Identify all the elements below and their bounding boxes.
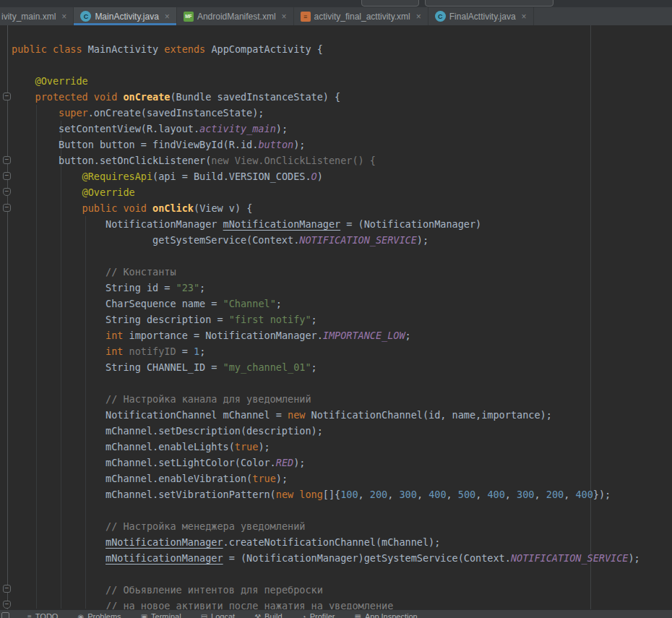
code-line: getSystemService(Context.NOTIFICATION_SE… bbox=[12, 232, 640, 248]
fold-marker-icon[interactable]: − bbox=[3, 172, 11, 180]
code-line: CharSequence name = "Channel"; bbox=[12, 296, 640, 312]
toolbar-strip bbox=[0, 0, 672, 7]
code-line: // Настройка канала для уведомлений bbox=[12, 391, 640, 407]
tool-window-button-terminal[interactable]: ▣Terminal bbox=[141, 612, 181, 618]
android-studio-window: ivity_main.xml×CMainActivity.java×MFAndr… bbox=[0, 0, 672, 618]
code-line: // Обьявление интентов для переброски bbox=[12, 582, 640, 598]
tab-close-icon[interactable]: × bbox=[282, 12, 287, 22]
app-inspection-icon: ▦ bbox=[354, 612, 361, 618]
code-line: // на новое активити после нажатия на ув… bbox=[12, 598, 640, 609]
tab-label: AndroidManifest.xml bbox=[197, 12, 276, 22]
tool-window-label: Problems bbox=[87, 612, 121, 618]
code-line: @Override bbox=[12, 73, 640, 89]
code-line: Button button = findViewById(R.id.button… bbox=[12, 137, 640, 153]
code-line: mChannel.setDescription(description); bbox=[12, 423, 640, 439]
code-line: mChannel.enableVibration(true); bbox=[12, 471, 640, 486]
code-line: super.onCreate(savedInstanceState); bbox=[12, 105, 640, 121]
tab-label: FinalActtivity.java bbox=[449, 12, 516, 22]
tab-close-icon[interactable]: × bbox=[61, 12, 66, 22]
tab-close-icon[interactable]: × bbox=[522, 12, 527, 22]
code-line: NotificationManager mNotificationManager… bbox=[12, 216, 640, 232]
fold-marker-icon[interactable]: − bbox=[3, 188, 11, 196]
problems-icon: ◉ bbox=[77, 612, 84, 618]
code-line: String description = "first notify"; bbox=[12, 312, 640, 327]
tool-window-label: Build bbox=[264, 612, 282, 618]
window-corner-icon[interactable] bbox=[1, 612, 9, 618]
tool-window-button-profiler[interactable]: ◔Profiler bbox=[302, 612, 335, 618]
terminal-icon: ▣ bbox=[141, 612, 147, 618]
code-line: @RequiresApi(api = Build.VERSION_CODES.O… bbox=[12, 168, 640, 184]
tab-androidmanifest-xml[interactable]: MFAndroidManifest.xml× bbox=[177, 7, 294, 25]
code-line: // Константы bbox=[12, 264, 640, 280]
code-text[interactable]: public class MainActivity extends AppCom… bbox=[0, 25, 640, 609]
code-line: protected void onCreate(Bundle savedInst… bbox=[12, 89, 640, 105]
build-icon: ⚒ bbox=[254, 612, 261, 618]
code-line: NotificationChannel mChannel = new Notif… bbox=[12, 407, 640, 423]
code-line: mNotificationManager = (NotificationMana… bbox=[12, 550, 640, 566]
code-editor[interactable]: −−−−−−− public class MainActivity extend… bbox=[0, 25, 672, 609]
fold-marker-icon[interactable]: − bbox=[3, 93, 11, 100]
manifest-icon: MF bbox=[184, 12, 194, 22]
code-line: mNotificationManager.createNotificationC… bbox=[12, 534, 640, 550]
tool-window-label: Logcat bbox=[211, 612, 235, 618]
tab-close-icon[interactable]: × bbox=[165, 12, 170, 22]
run-config-widget[interactable] bbox=[361, 0, 419, 7]
code-line: mChannel.enableLights(true); bbox=[12, 439, 640, 455]
logcat-icon: ▤ bbox=[201, 612, 207, 618]
tab-activity-final-acttivity-xml[interactable]: ≡activity_final_acttivity.xml× bbox=[294, 7, 428, 25]
profiler-icon: ◔ bbox=[302, 612, 306, 618]
code-line bbox=[12, 566, 640, 582]
code-line: int importance = NotificationManager.IMP… bbox=[12, 327, 640, 343]
tool-window-label: TODO bbox=[35, 612, 59, 618]
code-line: mChannel.setLightColor(Color.RED); bbox=[12, 455, 640, 471]
tool-window-button-app-inspection[interactable]: ▦App Inspection bbox=[354, 612, 417, 618]
java-class-icon: C bbox=[435, 11, 446, 22]
tool-window-label: Terminal bbox=[151, 612, 181, 618]
editor-tabs: ivity_main.xml×CMainActivity.java×MFAndr… bbox=[0, 7, 672, 25]
tool-window-bar: ≡TODO◉Problems▣Terminal▤Logcat⚒Build◔Pro… bbox=[0, 609, 672, 618]
code-line: int notifyID = 1; bbox=[12, 343, 640, 359]
tab-ivity-main-xml[interactable]: ivity_main.xml× bbox=[0, 7, 74, 25]
tool-window-button-problems[interactable]: ◉Problems bbox=[77, 612, 121, 618]
code-line: public class MainActivity extends AppCom… bbox=[12, 41, 640, 57]
code-line: String CHANNEL_ID = "my_channel_01"; bbox=[12, 359, 640, 375]
fold-marker-icon[interactable]: − bbox=[3, 156, 11, 164]
tab-label: activity_final_acttivity.xml bbox=[314, 12, 410, 22]
layout-xml-icon: ≡ bbox=[301, 12, 311, 22]
fold-marker-icon[interactable]: − bbox=[3, 204, 11, 212]
code-line bbox=[12, 502, 640, 518]
code-line: button.setOnClickListener(new View.OnCli… bbox=[12, 153, 640, 168]
tool-window-label: Profiler bbox=[310, 612, 335, 618]
java-class-icon: C bbox=[80, 11, 91, 22]
code-line bbox=[12, 375, 640, 391]
tab-close-icon[interactable]: × bbox=[416, 12, 421, 22]
fold-marker-icon[interactable]: − bbox=[3, 601, 11, 609]
run-actions-widget[interactable] bbox=[425, 0, 553, 7]
code-line: mChannel.setVibrationPattern(new long[]{… bbox=[12, 486, 640, 502]
tab-label: ivity_main.xml bbox=[1, 12, 56, 22]
tool-window-button-logcat[interactable]: ▤Logcat bbox=[201, 612, 235, 618]
fold-marker-icon[interactable]: − bbox=[3, 585, 11, 593]
tab-finalacttivity-java[interactable]: CFinalActtivity.java× bbox=[428, 7, 534, 25]
code-line: // Настройка менеджера уведомлений bbox=[12, 518, 640, 534]
todo-icon: ≡ bbox=[27, 612, 32, 618]
tool-window-button-todo[interactable]: ≡TODO bbox=[27, 612, 58, 618]
code-line bbox=[12, 57, 640, 73]
tool-window-button-build[interactable]: ⚒Build bbox=[254, 612, 282, 618]
tool-window-label: App Inspection bbox=[365, 612, 418, 618]
tab-label: MainActivity.java bbox=[95, 12, 158, 22]
code-line: setContentView(R.layout.activity_main); bbox=[12, 121, 640, 137]
code-line: String id = "23"; bbox=[12, 280, 640, 296]
code-line: public void onClick(View v) { bbox=[12, 200, 640, 216]
tab-mainactivity-java[interactable]: CMainActivity.java× bbox=[74, 7, 177, 25]
code-line bbox=[12, 248, 640, 264]
code-line: @Override bbox=[12, 184, 640, 200]
